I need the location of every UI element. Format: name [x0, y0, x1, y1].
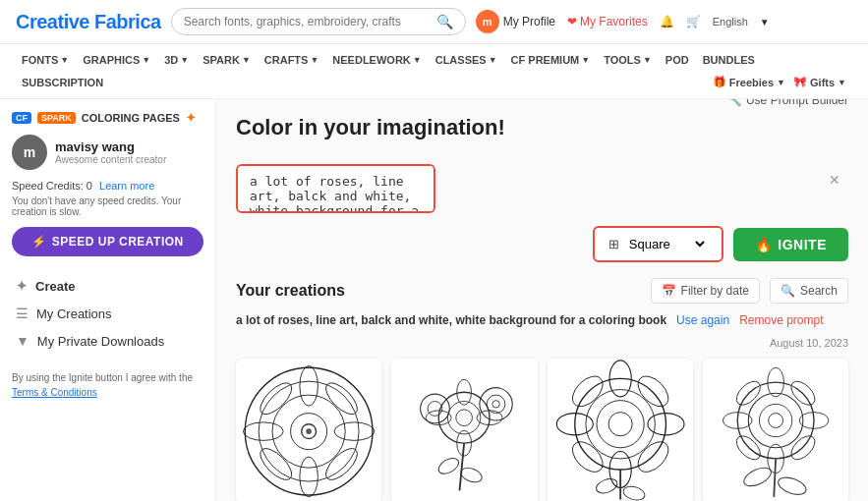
svg-point-38: [632, 370, 673, 412]
prompt-input[interactable]: a lot of roses, line art, balck and whit…: [236, 164, 435, 213]
speed-credits: Speed Credits: 0 Learn more: [12, 180, 203, 192]
profile-button[interactable]: m My Profile: [476, 10, 555, 33]
nav-label: SPARK: [203, 54, 240, 66]
avatar: m: [476, 10, 499, 33]
content-header-wrapper: Color in your imagination! 🔧 Use Prompt …: [236, 115, 848, 152]
freebies-button[interactable]: 🎁 Freebies ▼: [713, 76, 785, 88]
gifts-button[interactable]: 🎀 Gifts ▼: [787, 72, 852, 92]
learn-more-link[interactable]: Learn more: [99, 180, 154, 192]
use-again-link[interactable]: Use again: [676, 313, 729, 327]
gift-icon: 🎁: [713, 76, 726, 88]
heart-icon: ❤: [567, 15, 577, 28]
download-icon: ▼: [16, 333, 29, 349]
nav-item-tools[interactable]: TOOLS ▼: [598, 50, 658, 70]
svg-point-7: [334, 422, 375, 441]
coloring-image-2[interactable]: [391, 359, 537, 501]
svg-point-25: [488, 395, 506, 414]
chevron-down-icon: ▼: [310, 55, 318, 65]
svg-point-5: [300, 457, 318, 497]
terms-link[interactable]: Terms & Conditions: [12, 387, 97, 398]
svg-point-39: [566, 436, 608, 477]
nav-label: CLASSES: [435, 54, 487, 66]
svg-point-4: [300, 365, 318, 406]
prompt-info-text: a lot of roses, line art, balck and whit…: [236, 313, 666, 327]
nav-label: 3D: [164, 54, 178, 66]
svg-point-58: [776, 474, 808, 498]
top-navigation: Creative Fabrica 🔍 m My Profile ❤ My Fav…: [0, 0, 868, 44]
coloring-image-4[interactable]: [703, 359, 848, 501]
favorites-button[interactable]: ❤ My Favorites: [567, 15, 648, 28]
sidebar-user: m mavisy wang Awesome content creator: [12, 135, 203, 170]
nav-right-section: m My Profile ❤ My Favorites 🔔 🛒 English …: [476, 10, 770, 33]
svg-point-27: [421, 394, 450, 423]
nav-label: CF PREMIUM: [511, 54, 580, 66]
chevron-down-icon: ▼: [760, 17, 770, 28]
svg-point-30: [585, 390, 654, 459]
sidebar-item-private-downloads[interactable]: ▼ My Private Downloads: [12, 327, 203, 355]
shape-selector[interactable]: ⊞ Square Portrait Landscape: [593, 226, 723, 262]
svg-line-21: [460, 443, 465, 490]
creations-header: Your creations 📅 Filter by date 🔍 Search: [236, 278, 848, 304]
nav-item-spark[interactable]: SPARK ▼: [197, 50, 257, 70]
chevron-down-icon: ▼: [489, 55, 497, 65]
creations-controls: 📅 Filter by date 🔍 Search: [651, 278, 848, 304]
coloring-image-3[interactable]: [548, 359, 693, 501]
flame-icon: 🔥: [755, 237, 773, 252]
prompt-builder-link[interactable]: 🔧 Use Prompt Builder: [727, 99, 848, 107]
svg-point-43: [621, 484, 646, 501]
svg-point-6: [243, 422, 283, 441]
search-bar[interactable]: 🔍: [171, 8, 466, 35]
grid-icon: ⊞: [608, 237, 619, 251]
speed-up-button[interactable]: ⚡ SPEED UP CREATION: [12, 227, 203, 256]
nav-label: TOOLS: [604, 54, 641, 66]
svg-point-13: [306, 428, 312, 434]
filter-button[interactable]: 📅 Filter by date: [651, 278, 760, 304]
search-label: Search: [800, 284, 838, 298]
nav-label: SUBSCRIPTION: [22, 77, 103, 88]
nav-item-bundles[interactable]: BUNDLES: [697, 50, 761, 70]
nav-item-graphics[interactable]: GRAPHICS ▼: [77, 50, 156, 70]
speed-credits-value: 0: [87, 180, 92, 192]
sidebar-item-my-creations[interactable]: ☰ My Creations: [12, 300, 203, 327]
nav-item-pod[interactable]: POD: [660, 50, 695, 70]
shape-select-dropdown[interactable]: Square Portrait Landscape: [625, 236, 708, 252]
remove-prompt-link[interactable]: Remove prompt: [739, 313, 823, 327]
ignite-label: IGNITE: [778, 237, 827, 252]
beta-icon: ✦: [186, 111, 196, 125]
chevron-down-icon: ▼: [413, 55, 422, 65]
nav-item-3d[interactable]: 3D ▼: [158, 50, 195, 70]
search-icon: 🔍: [436, 14, 453, 29]
nav-item-subscription[interactable]: SUBSCRIPTION: [16, 73, 109, 92]
search-input[interactable]: [184, 15, 436, 28]
cart-icon[interactable]: 🛒: [686, 15, 701, 28]
nav-label: GRAPHICS: [83, 54, 140, 66]
menu-label: My Private Downloads: [37, 334, 164, 349]
bell-icon[interactable]: 🔔: [660, 15, 674, 28]
close-icon[interactable]: ✕: [829, 172, 840, 188]
logo-text: Creative: [16, 11, 94, 32]
logo[interactable]: Creative Fabrica: [16, 11, 161, 33]
images-grid: [236, 359, 848, 501]
favorites-label: My Favorites: [580, 15, 648, 28]
wand-icon: 🔧: [727, 99, 742, 107]
chevron-down-icon: ▼: [838, 78, 846, 87]
search-creations-button[interactable]: 🔍 Search: [770, 278, 848, 304]
svg-point-40: [632, 436, 673, 477]
ignite-button[interactable]: 🔥 IGNITE: [733, 228, 848, 261]
coloring-image-1[interactable]: [236, 359, 381, 501]
language-selector[interactable]: English: [713, 16, 748, 28]
nav-item-crafts[interactable]: CRAFTS ▼: [259, 50, 325, 70]
svg-point-29: [574, 378, 665, 470]
avatar: m: [12, 135, 47, 170]
sidebar-header: CF SPARK COLORING PAGES ✦: [12, 111, 203, 125]
prompt-info-row: a lot of roses, line art, balck and whit…: [236, 313, 848, 349]
nav-item-cf-premium[interactable]: CF PREMIUM ▼: [505, 50, 597, 70]
nav-item-needlework[interactable]: NEEDLEWORK ▼: [326, 50, 427, 70]
creations-section-title: Your creations: [236, 282, 345, 300]
nav-item-fonts[interactable]: FONTS ▼: [16, 50, 75, 70]
svg-point-11: [321, 444, 363, 485]
sidebar-item-create[interactable]: ✦ Create: [12, 272, 203, 300]
svg-point-31: [597, 401, 644, 448]
chevron-down-icon: ▼: [142, 55, 150, 65]
nav-item-classes[interactable]: CLASSES ▼: [430, 50, 503, 70]
